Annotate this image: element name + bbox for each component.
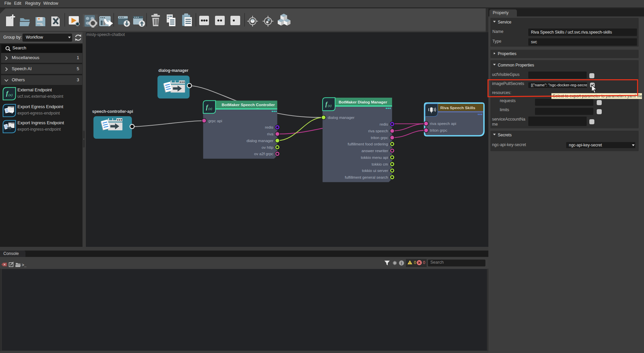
svg-text:dialog-manager: dialog-manager <box>158 68 189 73</box>
svg-text:0: 0 <box>414 260 416 265</box>
svg-text:Search: Search <box>430 260 444 265</box>
svg-text:answer rewriter: answer rewriter <box>362 148 388 153</box>
svg-text:triton grpc: triton grpc <box>371 135 388 140</box>
svg-text:ov a2f grpc: ov a2f grpc <box>254 151 274 156</box>
svg-text:riva: riva <box>267 132 273 136</box>
svg-text:riva speech: riva speech <box>368 129 388 133</box>
svg-text:Riva Speech Skills: Riva Speech Skills <box>440 105 476 110</box>
svg-text:>_: >_ <box>22 263 26 267</box>
svg-text:BotMaker Dialog Manager: BotMaker Dialog Manager <box>339 100 387 104</box>
svg-text:fulfillment food ordering: fulfillment food ordering <box>347 142 388 146</box>
svg-text:speech-controller-api: speech-controller-api <box>92 109 133 114</box>
svg-text:redis: redis <box>265 125 273 129</box>
svg-text:(x): (x) <box>9 93 13 97</box>
svg-text:tokkio cm: tokkio cm <box>372 162 388 166</box>
svg-text:BotMaker Speech Controller: BotMaker Speech Controller <box>222 102 275 107</box>
svg-text:ov http: ov http <box>262 145 273 149</box>
svg-text:misty-speech-chatbot: misty-speech-chatbot <box>87 32 125 37</box>
svg-text:fulfillment general search: fulfillment general search <box>345 175 388 179</box>
svg-text:tokkio ui server: tokkio ui server <box>362 168 388 173</box>
svg-text:dialog manager: dialog manager <box>247 138 273 143</box>
svg-text:i: i <box>401 261 402 266</box>
svg-text:triton grpc: triton grpc <box>430 128 447 132</box>
svg-text:!: ! <box>410 261 411 265</box>
svg-text:tokkio menu api: tokkio menu api <box>361 155 388 160</box>
svg-text:redis: redis <box>380 122 388 126</box>
svg-text:riva speech api: riva speech api <box>430 121 456 126</box>
svg-text:0: 0 <box>423 260 425 265</box>
svg-text:(x): (x) <box>209 107 212 111</box>
svg-text:dialog manager: dialog manager <box>328 115 355 120</box>
svg-text:(x): (x) <box>328 104 332 108</box>
svg-text:grpc api: grpc api <box>208 119 222 123</box>
